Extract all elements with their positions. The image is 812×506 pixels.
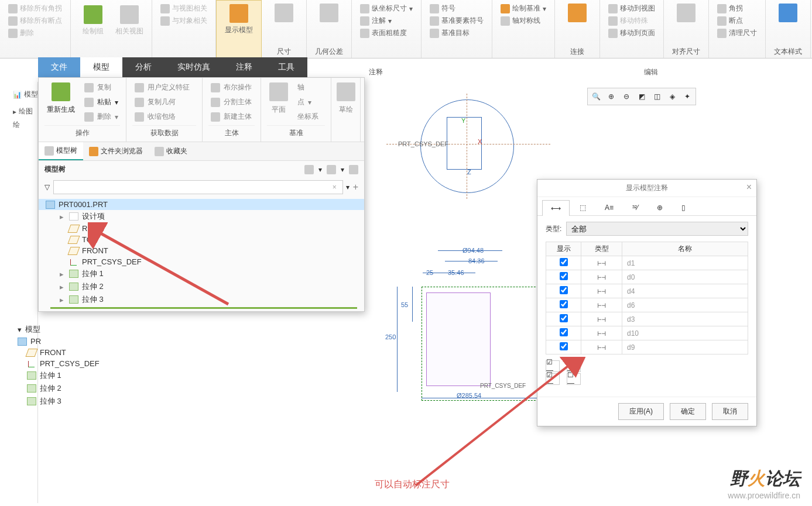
th-type[interactable]: 类型 [581, 242, 622, 256]
paste-button[interactable]: 粘贴 ▾ [82, 96, 121, 108]
connect-button[interactable] [560, 2, 595, 23]
apply-button[interactable]: 应用(A) [618, 403, 664, 420]
add-filter-icon[interactable]: + [353, 182, 358, 192]
move-to-view-button[interactable]: 移动到视图 [605, 2, 659, 15]
geom-tol-button[interactable] [311, 2, 347, 23]
filter-icon[interactable]: ▽ [44, 183, 50, 191]
type-select[interactable]: 全部 [566, 222, 748, 236]
tree-insert-marker[interactable] [50, 307, 357, 309]
tab-model[interactable]: 模型 [80, 57, 122, 77]
delete2-button[interactable]: 删除 ▾ [82, 111, 121, 123]
bgtree-e2[interactable]: 拉伸 2 [11, 382, 210, 395]
dlg-tab-surf[interactable]: ³²⁄ [623, 199, 647, 215]
draw-datum-button[interactable]: 绘制基准 ▾ [497, 2, 550, 15]
copy-geom-button[interactable]: 复制几何 [132, 96, 196, 108]
tree-design-items[interactable]: ▸设计项 [39, 210, 364, 223]
tab-tools[interactable]: 工具 [265, 57, 307, 77]
bgtree-e3[interactable]: 拉伸 3 [11, 395, 210, 408]
ok-button[interactable]: 确定 [670, 403, 706, 420]
clean-dim-button[interactable]: 清理尺寸 [714, 27, 760, 39]
tree-root[interactable]: PRT0001.PRT [39, 199, 364, 210]
tree-tool3-icon[interactable] [349, 165, 358, 174]
deselect-all-button[interactable]: ☐— [567, 360, 581, 372]
tree-right[interactable]: RIGHT [39, 223, 364, 234]
tab-annotate[interactable]: 注释 [223, 57, 265, 77]
clear-filter-icon[interactable]: × [333, 183, 337, 191]
plane-button[interactable]: 平面 [267, 81, 290, 123]
tree-filter-input[interactable] [53, 180, 343, 194]
side-draw2[interactable]: 绘 [0, 118, 37, 132]
perspective-icon[interactable]: ✦ [680, 90, 694, 104]
bgtree-e1[interactable]: 拉伸 1 [11, 369, 210, 382]
copy-button[interactable]: 复制 [82, 81, 121, 94]
move-special-button[interactable]: 移动特殊 [605, 15, 659, 27]
select-all-button[interactable]: ☑— [546, 360, 560, 372]
related-view-button[interactable]: 相关视图 [112, 4, 147, 37]
table-row[interactable]: ⊢⊣ d1 [546, 256, 748, 270]
zoom-in-icon[interactable]: ⊕ [604, 90, 618, 104]
row-checkbox[interactable] [560, 286, 568, 294]
tree-tool1-icon[interactable] [304, 165, 314, 174]
th-name[interactable]: 名称 [622, 242, 748, 256]
dimension-button[interactable] [266, 2, 301, 23]
break-button[interactable]: 断点 [714, 15, 760, 27]
dlg-tab-dim[interactable]: ⟷ [542, 200, 570, 216]
new-body-button[interactable]: 新建主体 [208, 111, 255, 123]
refit-icon[interactable]: ◩ [635, 90, 649, 104]
text-style-button[interactable] [770, 2, 806, 23]
view-related-button[interactable]: 与视图相关 [157, 2, 211, 15]
dlg-tab-note[interactable]: A≡ [596, 199, 622, 215]
tab-file[interactable]: 文件 [38, 57, 80, 77]
align-dim-button[interactable] [669, 2, 704, 23]
row-checkbox[interactable] [560, 300, 568, 308]
dlg-tab-sym[interactable]: ⊕ [648, 199, 671, 215]
dlg-tab-datum[interactable]: ▯ [673, 199, 694, 215]
tab-analysis[interactable]: 分析 [122, 57, 165, 77]
row-checkbox[interactable] [560, 314, 568, 322]
section-edit-label[interactable]: 编辑 [644, 67, 658, 77]
tree-front[interactable]: FRONT [39, 245, 364, 256]
zoom-out-icon[interactable]: ⊖ [619, 90, 633, 104]
tree-extrude1[interactable]: ▸拉伸 1 [39, 267, 364, 280]
row-checkbox[interactable] [560, 342, 568, 350]
bgtree-csys[interactable]: PRT_CSYS_DEF [11, 358, 210, 369]
corner-button[interactable]: 角拐 [714, 2, 760, 15]
side-models[interactable]: 📊 模型 [0, 88, 37, 101]
shade-icon[interactable]: ◫ [650, 90, 664, 104]
th-show[interactable]: 显示 [546, 242, 581, 256]
boolean-button[interactable]: 布尔操作 [208, 81, 255, 94]
show-model-button[interactable]: 显示模型 [221, 3, 256, 36]
table-row[interactable]: ⊢⊣ d0 [546, 270, 748, 284]
bgtree-pr[interactable]: PR [11, 336, 210, 347]
roughness-button[interactable]: 表面粗糙度 [357, 27, 416, 39]
dialog-close-icon[interactable]: × [746, 182, 752, 192]
row-checkbox[interactable] [560, 258, 568, 266]
note-button[interactable]: 注解 ▾ [357, 15, 416, 27]
row-checkbox[interactable] [560, 272, 568, 280]
tree-tab-fav[interactable]: 收藏夹 [149, 142, 193, 160]
tree-tab-folder[interactable]: 文件夹浏览器 [83, 142, 149, 160]
deselect-all2-button[interactable]: ☐— [567, 373, 581, 385]
csys-button[interactable]: 坐标系 [295, 111, 321, 123]
symbol-button[interactable]: 符号 [426, 2, 487, 15]
table-row[interactable]: ⊢⊣ d10 [546, 326, 748, 340]
udf-button[interactable]: 用户定义特征 [132, 81, 196, 94]
regenerate-button[interactable]: 重新生成 [44, 81, 77, 123]
remove-corners-button[interactable]: 移除所有角拐 [5, 2, 66, 15]
side-draw[interactable]: ▸ 绘图 [0, 105, 37, 118]
table-row[interactable]: ⊢⊣ d3 [546, 312, 748, 326]
table-row[interactable]: ⊢⊣ d4 [546, 284, 748, 298]
remove-breaks-button[interactable]: 移除所有断点 [5, 15, 66, 27]
shrinkwrap-button[interactable]: 收缩包络 [132, 111, 196, 123]
split-body-button[interactable]: 分割主体 [208, 96, 255, 108]
axis-button[interactable]: 轴 [295, 81, 321, 94]
table-row[interactable]: ⊢⊣ d6 [546, 298, 748, 312]
select-all2-button[interactable]: ☑— [546, 373, 560, 385]
sketch-button[interactable]: 草绘 [337, 81, 354, 116]
point-button[interactable]: 点 ▾ [295, 96, 321, 108]
object-related-button[interactable]: 与对象相关 [157, 15, 211, 27]
zoom-fit-icon[interactable]: 🔍 [589, 90, 603, 104]
datum-target-button[interactable]: 基准目标 [426, 27, 487, 39]
axis-sym-button[interactable]: 轴对称线 [497, 15, 550, 27]
tree-top[interactable]: TOP [39, 234, 364, 245]
